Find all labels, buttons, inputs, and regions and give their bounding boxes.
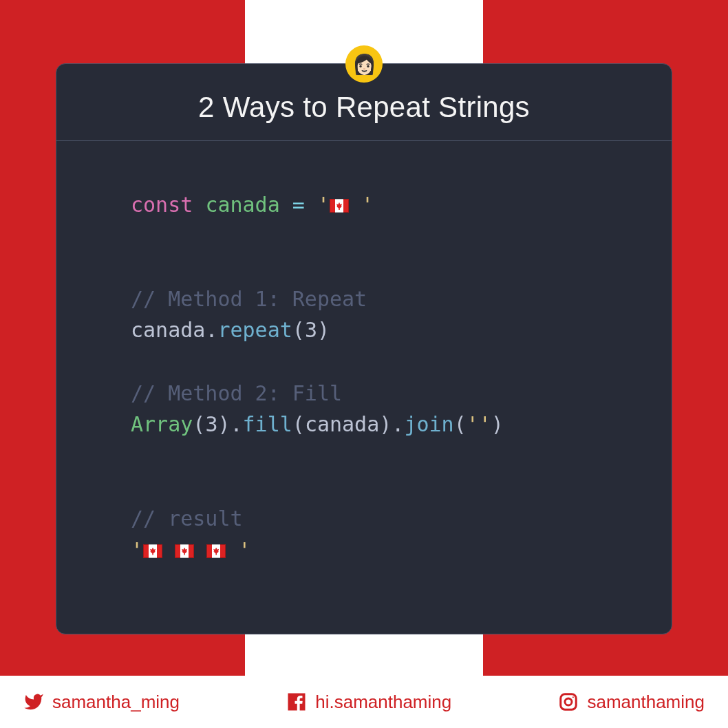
social-facebook: hi.samanthaming <box>286 692 451 713</box>
fn-join: join <box>404 412 453 436</box>
avatar-emoji: 👩🏻 <box>352 53 376 76</box>
result-gap <box>194 538 206 562</box>
result-gap <box>162 538 175 562</box>
facebook-icon <box>286 692 307 712</box>
keyword-const: const <box>131 193 193 217</box>
footer: samantha_ming hi.samanthaming samanthami… <box>0 676 728 728</box>
paren-close: ) <box>491 412 504 436</box>
code-card: 👩🏻 2 Ways to Repeat Strings const canada… <box>56 63 672 634</box>
paren-open: ( <box>454 412 467 436</box>
paren-close: ) <box>379 412 392 436</box>
string-close: ' <box>349 193 374 217</box>
flag-icon <box>143 544 162 558</box>
num-3: 3 <box>205 412 217 436</box>
dot: . <box>231 412 243 436</box>
fn-repeat: repeat <box>217 318 292 342</box>
instagram-icon <box>558 692 579 712</box>
result-open: ' <box>131 538 143 562</box>
svg-rect-0 <box>561 694 577 710</box>
svg-point-2 <box>572 696 574 698</box>
op-equals: = <box>280 193 317 217</box>
dot: . <box>205 318 217 342</box>
paren-open: ( <box>292 412 305 436</box>
num-3: 3 <box>305 318 317 342</box>
code-block: const canada = ' ' // Method 1: Repeat c… <box>56 141 672 593</box>
empty-string: '' <box>467 412 491 436</box>
ref-canada: canada <box>131 318 205 342</box>
instagram-handle: samanthaming <box>587 692 705 713</box>
comment-method1: // Method 1: Repeat <box>131 287 367 311</box>
twitter-handle: samantha_ming <box>52 692 180 713</box>
page-title: 2 Ways to Repeat Strings <box>198 91 530 124</box>
paren-close: ) <box>217 412 230 436</box>
string-open: ' <box>317 193 330 217</box>
svg-point-1 <box>565 698 572 705</box>
flag-icon <box>206 544 226 558</box>
dot: . <box>392 412 404 436</box>
class-array: Array <box>131 412 193 436</box>
paren-close: ) <box>317 318 330 342</box>
comment-method2: // Method 2: Fill <box>131 381 342 405</box>
paren-open: ( <box>292 318 305 342</box>
facebook-handle: hi.samanthaming <box>315 692 451 713</box>
arg-canada: canada <box>305 412 379 436</box>
flag-icon <box>175 544 194 558</box>
social-instagram: samanthaming <box>558 692 705 713</box>
comment-result: // result <box>131 506 243 531</box>
result-close: ' <box>226 538 250 562</box>
paren-open: ( <box>193 412 205 436</box>
fn-fill: fill <box>243 412 292 436</box>
var-canada: canada <box>205 193 279 217</box>
social-twitter: samantha_ming <box>23 692 180 713</box>
avatar: 👩🏻 <box>345 45 383 83</box>
twitter-icon <box>23 692 44 712</box>
flag-icon <box>330 199 349 213</box>
